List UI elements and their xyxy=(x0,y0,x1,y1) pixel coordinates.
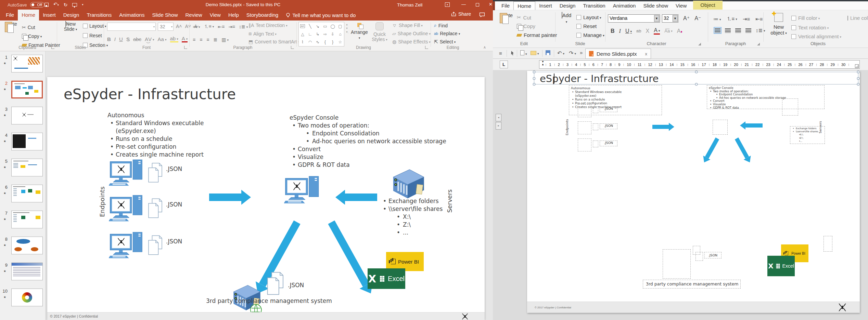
shapes-gallery[interactable]: A≡ ╲↘ ▭◯▢ △∟↳ ⇨⇩⌂ ⌇◠∿ {}☆ xyxy=(298,22,344,46)
missing-image-placeholder[interactable] xyxy=(713,120,728,135)
cut-button[interactable]: ✂Cut xyxy=(22,25,35,30)
align-left-icon[interactable] xyxy=(715,28,720,33)
sm-exchange-text[interactable]: Exchange folders \\server\file shares X:… xyxy=(790,126,825,144)
grow-font-icon[interactable]: A⁺ xyxy=(683,15,690,22)
elbow-arrow-icon[interactable]: ↳ xyxy=(316,32,319,37)
highlight-color-icon[interactable]: ab xyxy=(170,36,178,42)
decrease-indent-icon[interactable]: ⇤≡ xyxy=(755,16,763,22)
start-slideshow-icon[interactable] xyxy=(72,3,77,6)
slide-thumbnail-1[interactable]: 1 xyxy=(0,54,46,79)
format-reset-icon[interactable]: A♦ xyxy=(677,28,682,34)
share-button[interactable]: Share xyxy=(451,11,471,17)
columns-icon[interactable]: ▥ xyxy=(221,37,229,42)
italic-icon[interactable]: I xyxy=(114,36,116,42)
bold-icon[interactable]: B xyxy=(611,28,615,34)
slide-thumbnail-7[interactable]: 7 xyxy=(0,210,46,235)
new-document-icon[interactable] xyxy=(520,50,527,56)
missing-image-placeholder[interactable] xyxy=(695,252,703,261)
console-computer-icon[interactable] xyxy=(284,175,322,204)
json-docs-icon[interactable] xyxy=(148,235,164,255)
right-brace-icon[interactable]: } xyxy=(332,40,333,44)
redo-icon[interactable]: ↻ xyxy=(64,2,68,7)
tab-design[interactable]: Design xyxy=(60,10,83,21)
selected-title-frame[interactable]: eSpyder - Infrastructure xyxy=(534,72,858,84)
bullets-icon[interactable]: ≔ xyxy=(713,16,721,22)
character-dialog-launcher[interactable] xyxy=(698,43,701,45)
elbow-icon[interactable]: ∟ xyxy=(308,32,312,37)
json-label[interactable]: .JSON xyxy=(166,165,182,173)
tab-file[interactable]: File xyxy=(2,10,18,21)
triangle-icon[interactable]: △ xyxy=(301,32,304,37)
minimize-button[interactable]: — xyxy=(461,2,466,7)
shapes-scroll[interactable]: ▲▼▼̱ xyxy=(346,23,348,33)
tab-review[interactable]: Review xyxy=(181,10,206,21)
textbox-icon[interactable]: A≡ xyxy=(300,24,305,28)
slide-title[interactable]: eSpyder - Infrastructure xyxy=(64,86,236,103)
text-shadow-icon[interactable]: S xyxy=(126,36,130,42)
rectangle-icon[interactable]: ▭ xyxy=(323,24,327,29)
undo-icon[interactable]: ↶ xyxy=(557,50,564,56)
star-icon[interactable]: ☆ xyxy=(339,40,342,44)
json-docs-icon[interactable] xyxy=(266,272,285,295)
sm-tab-view[interactable]: View xyxy=(672,1,690,10)
text-direction-button[interactable]: ∥AText Direction xyxy=(248,23,288,28)
sm-add-slide-button[interactable]: Add▾ xyxy=(559,12,574,25)
excel-logo[interactable]: XExcel xyxy=(368,268,405,289)
layout-button[interactable]: Layout xyxy=(83,23,106,29)
redo-icon[interactable]: ↷ xyxy=(569,50,576,56)
sm-tab-transition[interactable]: Transition xyxy=(579,1,609,10)
font-size-combo[interactable]: 32▾ xyxy=(158,23,174,31)
quick-styles-button[interactable]: QuickStyles xyxy=(370,22,389,42)
justify-icon[interactable] xyxy=(745,28,751,33)
slide-thumbnail-10[interactable]: 10 xyxy=(0,288,46,312)
tell-me-box[interactable]: Tell me what you want to do xyxy=(282,10,359,21)
sm-paste-button[interactable]: Paste▾ xyxy=(498,12,515,25)
missing-image-placeholder[interactable] xyxy=(578,121,591,134)
sm-endpoints-label[interactable]: Endpoints xyxy=(565,114,570,141)
tab-storyboarding[interactable]: Storyboarding xyxy=(243,10,282,21)
tab-home[interactable]: Home xyxy=(18,10,39,21)
sm-json-label[interactable]: .JSON xyxy=(600,141,617,146)
endpoint-computer-icon[interactable] xyxy=(109,159,146,186)
tab-type-selector[interactable]: L xyxy=(500,61,508,68)
convert-smartart-button[interactable]: ⬒Convert to SmartArt xyxy=(248,39,299,44)
save-icon[interactable] xyxy=(546,50,550,56)
arrow-left[interactable] xyxy=(335,190,377,205)
slide-thumbnail-6[interactable]: 6 xyxy=(0,184,46,209)
sm-manage-button[interactable]: Manage xyxy=(576,32,604,38)
sm-json-label[interactable]: .JSON xyxy=(600,123,617,129)
curve-icon[interactable]: ∿ xyxy=(316,40,319,44)
json-docs-icon[interactable] xyxy=(148,198,164,218)
drawing-dialog-launcher[interactable] xyxy=(425,46,428,49)
close-document-icon[interactable]: x xyxy=(645,51,648,56)
tab-slideshow[interactable]: Slide Show xyxy=(148,10,181,21)
sm-console-text[interactable]: eSpyder Console Two modes of operation: … xyxy=(707,85,825,109)
indent-marker-icon[interactable]: ▼▲ xyxy=(541,61,544,66)
sm-layout-button[interactable]: Layout xyxy=(576,14,601,20)
slide-thumbnail-2[interactable]: 2 xyxy=(0,80,46,105)
align-center-icon[interactable] xyxy=(725,28,731,33)
shape-fill-button[interactable]: 🜄Shape Fill xyxy=(392,23,423,28)
tab-view[interactable]: View xyxy=(206,10,225,21)
panel-toggle-button[interactable]: ◂ xyxy=(496,114,501,121)
missing-image-placeholder[interactable] xyxy=(663,249,691,279)
down-arrow-icon[interactable]: ⇩ xyxy=(331,32,334,37)
sm-tab-insert[interactable]: Insert xyxy=(535,1,556,10)
endpoint-computer-icon[interactable] xyxy=(109,231,146,259)
missing-image-placeholder[interactable] xyxy=(593,106,598,113)
json-label[interactable]: .JSON xyxy=(288,281,304,289)
bold-icon[interactable]: B xyxy=(107,36,111,42)
shrink-font-icon[interactable]: A˅ xyxy=(185,24,191,29)
rounded-rect-icon[interactable]: ▢ xyxy=(338,24,342,29)
collapse-ribbon-icon[interactable]: ∧ xyxy=(483,45,486,50)
line-spacing-icon[interactable]: ↕≣ xyxy=(756,27,765,34)
sm-tab-object[interactable]: Object xyxy=(693,1,723,10)
shape-effects-button[interactable]: ◍Shape Effects xyxy=(392,39,431,44)
sm-line-color-button[interactable]: Line color xyxy=(847,15,868,21)
sm-third-party-label[interactable]: 3rd party compliance management system xyxy=(643,280,741,289)
justify-icon[interactable]: ≣ xyxy=(214,37,218,42)
align-left-icon[interactable]: ≡ xyxy=(193,37,195,42)
slide-thumbnail-4[interactable]: 4 xyxy=(0,132,46,157)
endpoints-label[interactable]: Endpoints xyxy=(99,183,105,221)
ellipse-icon[interactable]: ◯ xyxy=(330,24,335,29)
